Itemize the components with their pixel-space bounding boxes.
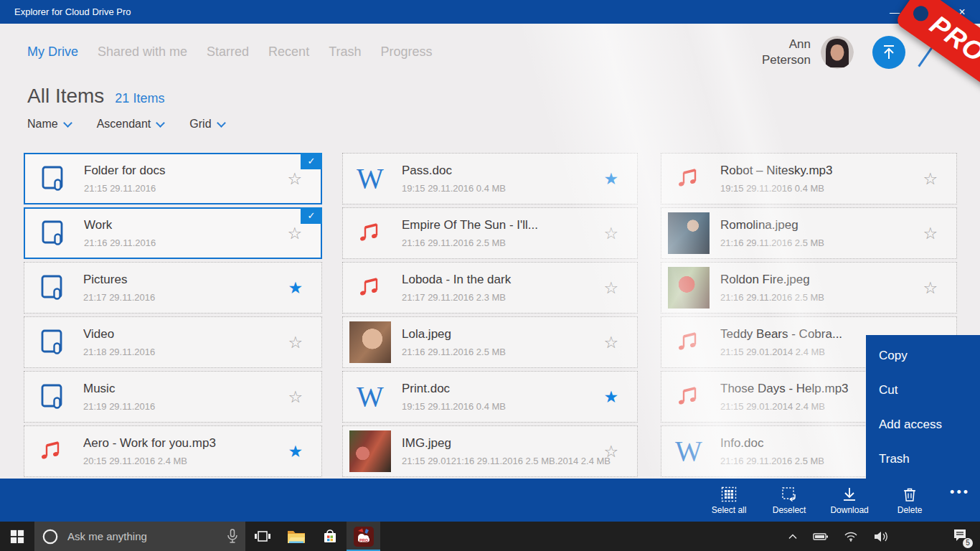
file-card[interactable]: W Pass.doc 19:15 29.11.2016 0.4 MB ★ ✓ [342,153,638,204]
file-card[interactable]: Video 21:18 29.11.2016 ☆ ✓ [24,316,322,368]
file-card[interactable]: IMG.jpeg 21:15 29.0121:16 29.11.2016 2.5… [342,425,638,477]
sort-order-dropdown[interactable]: Ascendant [97,118,164,131]
deselect-button[interactable]: Deselect [768,486,811,515]
user-box: Ann Peterson [746,36,905,69]
star-icon[interactable]: ☆ [287,171,302,187]
word-icon: W [349,157,391,200]
tray-chevron-up-icon[interactable] [788,533,798,540]
tab-progress[interactable]: Progress [380,44,432,60]
star-icon[interactable]: ★ [603,389,618,405]
music-icon [668,157,710,200]
star-icon[interactable]: ☆ [603,225,618,242]
cloud-drive-app-button[interactable]: PRO [347,522,380,551]
menu-item-trash[interactable]: Trash [866,442,980,476]
file-card[interactable]: W Print.doc 19:15 29.11.2016 0.4 MB ★ ✓ [342,371,638,423]
star-icon[interactable]: ☆ [288,334,303,351]
tab-trash[interactable]: Trash [329,44,361,60]
menu-item-copy[interactable]: Copy [866,339,980,373]
tab-my-drive[interactable]: My Drive [27,44,78,60]
file-card[interactable]: Empire Of The Sun - I'll... 21:16 29.11.… [342,207,638,259]
tab-starred[interactable]: Starred [207,44,249,60]
star-icon[interactable]: ☆ [603,334,618,351]
delete-button[interactable]: Delete [888,486,931,515]
volume-icon[interactable] [873,530,889,543]
sort-field-dropdown[interactable]: Name [27,118,71,131]
wifi-icon[interactable] [844,531,858,542]
file-meta: 21:17 29.11.2016 [83,292,321,303]
menu-item-cut[interactable]: Cut [866,373,980,408]
file-name: Loboda - In the dark [402,273,637,287]
microphone-icon[interactable] [227,529,238,545]
app-window: Explorer for Cloud Drive Pro — × My Driv… [0,0,980,551]
star-icon[interactable]: ★ [288,443,303,460]
page-header: All Items 21 Items [27,85,164,108]
star-icon[interactable]: ★ [288,280,303,296]
file-text: Aero - Work for you.mp3 20:15 29.11.2016… [83,436,321,466]
file-card[interactable]: Romolina.jpeg 21:16 29.11.2016 2.5 MB ☆ … [661,207,957,259]
more-button[interactable]: ••• [950,485,970,500]
cloud-drive-app-icon: PRO [353,526,374,547]
file-name: Video [83,327,321,342]
star-icon[interactable]: ☆ [603,443,618,460]
photo-thumbnail [349,430,391,472]
file-card[interactable]: Lola.jpeg 21:16 29.11.2016 2.5 MB ☆ ✓ [342,316,638,368]
avatar[interactable] [821,36,854,69]
photo-thumbnail [668,212,710,254]
file-text: Work 21:16 29.11.2016 [84,218,321,248]
file-explorer-button[interactable] [279,522,313,551]
file-name: Pass.doc [402,164,637,178]
file-text: Robot – Nitesky.mp3 19:15 29.11.2016 0.4… [720,164,956,194]
notification-center-button[interactable]: 5 [953,528,969,545]
file-card[interactable]: Music 21:19 29.11.2016 ☆ ✓ [24,371,322,423]
file-card[interactable]: Loboda - In the dark 21:17 29.11.2016 2.… [342,262,638,314]
file-text: Print.doc 19:15 29.11.2016 0.4 MB [402,382,637,412]
file-text: Romolina.jpeg 21:16 29.11.2016 2.5 MB [720,218,956,248]
view-mode-dropdown[interactable]: Grid [189,118,224,131]
file-text: Loboda - In the dark 21:17 29.11.2016 2.… [402,273,637,303]
search-input[interactable] [66,529,220,543]
file-meta: 21:15 29.0121:16 29.11.2016 2.5 MB.2014 … [402,456,637,466]
star-icon[interactable]: ☆ [288,389,303,405]
file-text: Empire Of The Sun - I'll... 21:16 29.11.… [402,218,637,248]
pro-ribbon-hole [910,3,931,24]
file-name: Lola.jpeg [402,327,637,342]
file-card[interactable]: Pictures 21:17 29.11.2016 ★ ✓ [24,262,322,314]
battery-icon[interactable] [813,531,829,542]
star-icon[interactable]: ☆ [603,280,618,296]
star-icon[interactable]: ☆ [287,225,302,242]
filter-row: Name Ascendant Grid [27,118,225,131]
file-meta: 21:16 29.11.2016 [84,237,321,248]
file-meta: 21:16 29.11.2016 2.5 MB [720,292,956,303]
select-all-button[interactable]: Select all [707,486,750,515]
file-card[interactable]: Work 21:16 29.11.2016 ☆ ✓ [24,207,322,259]
menu-item-add-access[interactable]: Add access [866,408,980,442]
file-text: Music 21:19 29.11.2016 [83,382,321,412]
store-button[interactable] [313,522,347,551]
file-card[interactable]: Robot – Nitesky.mp3 19:15 29.11.2016 0.4… [661,153,957,204]
file-meta: 21:19 29.11.2016 [83,401,321,412]
select-all-icon [720,486,738,503]
selected-checkmark: ✓ [301,207,322,224]
music-icon [349,266,391,309]
file-card[interactable]: Aero - Work for you.mp3 20:15 29.11.2016… [24,425,322,477]
folder-icon [32,157,73,200]
upload-button[interactable] [872,36,905,69]
taskbar: PRO [0,522,980,551]
start-button[interactable] [0,522,34,551]
star-icon[interactable]: ☆ [923,171,938,187]
file-meta: 19:15 29.11.2016 0.4 MB [402,183,637,194]
cortana-search-box[interactable] [34,522,245,551]
file-card[interactable]: Folder for docs 21:15 29.11.2016 ☆ ✓ [24,153,322,204]
star-icon[interactable]: ★ [603,171,618,187]
user-last-name: Peterson [746,52,811,68]
deselect-icon [781,486,798,503]
star-icon[interactable]: ☆ [923,280,938,296]
tab-recent[interactable]: Recent [268,44,309,60]
task-view-button[interactable] [245,522,279,551]
tab-shared-with-me[interactable]: Shared with me [98,44,187,60]
file-name: Work [84,218,321,232]
file-card[interactable]: Roldon Fire.jpeg 21:16 29.11.2016 2.5 MB… [661,262,957,314]
star-icon[interactable]: ☆ [923,225,938,242]
file-meta: 21:15 29.11.2016 [84,183,321,194]
download-button[interactable]: Download [828,486,871,515]
